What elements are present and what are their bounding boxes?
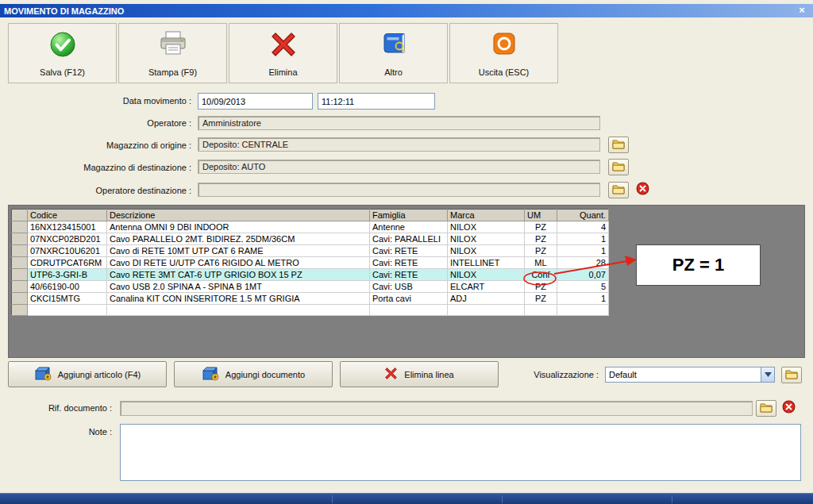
red-x-icon — [384, 367, 398, 382]
delete-button[interactable]: Elimina — [229, 23, 337, 83]
table-cell: Conf — [525, 269, 557, 281]
aggiungi-documento-button[interactable]: Aggiungi documento — [174, 361, 333, 387]
magazzino-destinazione-field[interactable]: Deposito: AUTO — [198, 160, 600, 174]
column-header[interactable]: Marca — [448, 210, 525, 221]
visualizzazione-label: Visualizzazione : — [407, 370, 602, 379]
table-cell: Cavo USB 2.0 SPINA A - SPINA B 1MT — [107, 281, 370, 293]
table-row[interactable]: 16NX123415001Antenna OMNI 9 DBI INDOORAn… — [12, 221, 609, 233]
table-cell — [28, 305, 107, 316]
row-selector — [12, 305, 28, 316]
table-cell: 5 — [557, 281, 609, 293]
book-icon — [380, 31, 408, 60]
window-title: MOVIMENTO DI MAGAZZINO — [4, 6, 124, 16]
table-row[interactable]: 07NXRC10U6201Cavo di RETE 10MT UTP CAT 6… — [12, 245, 609, 257]
note-label: Note : — [0, 427, 115, 437]
table-cell: NILOX — [448, 233, 525, 245]
table-cell: PZ — [525, 233, 557, 245]
operatore-field[interactable]: Amministratore — [198, 116, 600, 130]
title-bar[interactable]: MOVIMENTO DI MAGAZZINO × — [0, 4, 813, 17]
table-cell: PZ — [525, 281, 557, 293]
column-header[interactable]: Descrizione — [107, 210, 370, 221]
table-cell: NILOX — [448, 221, 525, 233]
table-cell: Antenna OMNI 9 DBI INDOOR — [107, 221, 370, 233]
aggiungi-articolo-label: Aggiungi articolo (F4) — [58, 370, 141, 379]
save-icon — [49, 31, 76, 61]
visualizzazione-lookup-button[interactable] — [781, 367, 802, 383]
column-header[interactable]: Codice — [28, 210, 107, 221]
row-selector[interactable] — [12, 293, 28, 305]
data-movimento-date-input[interactable] — [198, 93, 313, 110]
close-icon[interactable]: × — [796, 5, 807, 16]
magazzino-origine-lookup-button[interactable] — [608, 137, 629, 153]
rif-documento-lookup-button[interactable] — [756, 400, 776, 417]
column-header[interactable]: Quant. — [557, 210, 609, 221]
printer-icon — [158, 31, 188, 60]
table-row[interactable]: 07NXCP02BD201Cavo PARALLELO 2MT. BIDIREZ… — [12, 233, 609, 245]
row-selector[interactable] — [12, 233, 28, 245]
save-button[interactable]: Salva (F12) — [8, 23, 117, 83]
exit-button[interactable]: Uscita (ESC) — [449, 23, 558, 83]
table-row[interactable]: CDRUTPCAT6RMCavo DI RETE U/UTP CAT6 RIGI… — [12, 257, 609, 269]
row-selector[interactable] — [12, 281, 28, 293]
table-cell: 07NXRC10U6201 — [28, 245, 107, 257]
table-cell: ADJ — [448, 293, 525, 305]
visualizzazione-value: Default — [606, 370, 761, 379]
data-movimento-time-input[interactable] — [318, 93, 435, 110]
save-button-label: Salva (F12) — [40, 67, 85, 77]
delete-button-label: Elimina — [268, 67, 297, 77]
rif-documento-field[interactable] — [120, 401, 753, 416]
table-cell — [525, 305, 557, 316]
aggiungi-articolo-button[interactable]: Aggiungi articolo (F4) — [8, 361, 167, 387]
operatore-destinazione-field[interactable] — [198, 183, 600, 197]
table-cell: 16NX123415001 — [28, 221, 107, 233]
row-selector[interactable] — [12, 221, 28, 233]
movimento-di-magazzino-window: MOVIMENTO DI MAGAZZINO × Salva (F12) — [0, 0, 813, 504]
column-header[interactable]: UM — [525, 210, 557, 221]
grid-gutter-header — [12, 210, 28, 221]
row-selector[interactable] — [12, 257, 28, 269]
operatore-destinazione-lookup-button[interactable] — [608, 182, 629, 198]
note-textarea[interactable] — [120, 424, 801, 481]
table-cell: 1 — [557, 233, 609, 245]
add-package-icon — [34, 366, 52, 383]
row-selector[interactable] — [12, 269, 28, 281]
folder-icon — [760, 402, 773, 416]
empty-row — [12, 305, 609, 316]
table-cell: NILOX — [448, 269, 525, 281]
folder-icon — [612, 138, 625, 152]
annotation-box: PZ = 1 — [636, 244, 761, 286]
table-cell: 0,07 — [557, 269, 609, 281]
red-circle-x-icon — [782, 400, 796, 417]
chevron-down-icon[interactable] — [761, 367, 774, 382]
operatore-destinazione-clear-button[interactable] — [635, 183, 650, 198]
magazzino-destinazione-lookup-button[interactable] — [608, 159, 629, 175]
table-cell: Cavi: RETE — [370, 257, 448, 269]
aggiungi-documento-label: Aggiungi documento — [225, 370, 305, 379]
table-cell: Cavi: USB — [370, 281, 448, 293]
row-selector[interactable] — [12, 245, 28, 257]
rif-documento-clear-button[interactable] — [781, 401, 796, 416]
column-header[interactable]: Famiglia — [370, 210, 448, 221]
table-cell: 07NXCP02BD201 — [28, 233, 107, 245]
print-button[interactable]: Stampa (F9) — [118, 23, 227, 83]
table-cell: CDRUTPCAT6RM — [28, 257, 107, 269]
table-cell: Canalina KIT CON INSERITORE 1.5 MT GRIGI… — [107, 293, 370, 305]
annotation-text: PZ = 1 — [672, 255, 724, 275]
table-cell: ELCART — [448, 281, 525, 293]
print-button-label: Stampa (F9) — [148, 67, 197, 77]
table-row[interactable]: CKCI15MTGCanalina KIT CON INSERITORE 1.5… — [12, 293, 609, 305]
exit-button-label: Uscita (ESC) — [479, 67, 530, 77]
table-cell: Cavi: RETE — [370, 245, 448, 257]
table-cell: Cavi: RETE — [370, 269, 448, 281]
table-row[interactable]: UTP6-3-GRI-BCavo RETE 3MT CAT-6 UTP GRIG… — [12, 269, 609, 281]
table-row[interactable]: 40/66190-00Cavo USB 2.0 SPINA A - SPINA … — [12, 281, 609, 293]
visualizzazione-select[interactable]: Default — [605, 367, 775, 383]
magazzino-origine-field[interactable]: Deposito: CENTRALE — [198, 137, 600, 152]
table-cell: INTELLINET — [448, 257, 525, 269]
table-cell: PZ — [525, 221, 557, 233]
table-cell: Cavi: PARALLELI — [370, 233, 448, 245]
other-button[interactable]: Altro — [339, 23, 448, 83]
grid-body: 16NX123415001Antenna OMNI 9 DBI INDOORAn… — [12, 221, 609, 316]
table-cell: CKCI15MTG — [28, 293, 107, 305]
table-cell — [370, 305, 448, 316]
